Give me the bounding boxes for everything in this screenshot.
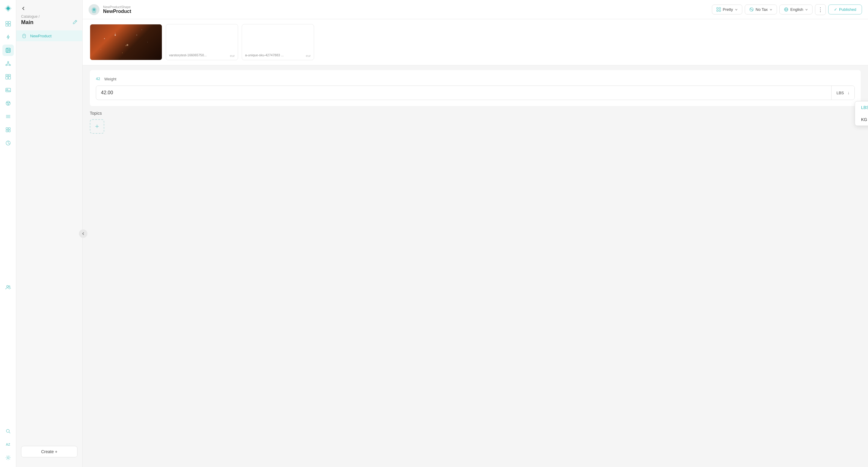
english-button[interactable]: English <box>779 4 812 14</box>
svg-text:42: 42 <box>96 77 100 81</box>
published-label: Published <box>839 7 856 12</box>
svg-line-12 <box>7 63 8 65</box>
media-card-nebula[interactable] <box>90 24 162 60</box>
svg-rect-0 <box>6 21 8 24</box>
svg-point-37 <box>7 457 9 459</box>
icon-sidebar: AZ <box>0 0 16 467</box>
app-logo[interactable] <box>3 4 13 13</box>
sidebar-icon-image[interactable] <box>2 84 14 96</box>
sku-text-1: varstorytest-166065750... <box>169 53 235 57</box>
svg-rect-44 <box>717 10 718 11</box>
content-area: varstorytest-166065750... eur a-unique-s… <box>83 19 868 467</box>
sidebar-icon-az[interactable]: AZ <box>2 439 14 450</box>
no-tax-icon <box>749 7 754 12</box>
weight-section: 42 Weight LBS ↓ LBS KG <box>90 70 861 106</box>
eur-label-1: eur <box>230 54 235 58</box>
no-tax-button[interactable]: No Tax <box>745 4 777 14</box>
weight-container: LBS ↓ LBS KG <box>96 86 855 100</box>
dropdown-menu: LBS KG <box>855 101 868 126</box>
weight-unit-button[interactable]: LBS ↓ <box>831 86 855 100</box>
sidebar-icon-search[interactable] <box>2 426 14 437</box>
weight-unit-label: LBS <box>836 91 844 95</box>
sidebar-icon-book[interactable] <box>2 44 14 56</box>
svg-rect-2 <box>6 24 8 26</box>
nav-title: Main <box>21 19 33 26</box>
topbar-actions: Pretty No Tax <box>712 4 862 15</box>
collapse-toggle[interactable] <box>79 229 87 238</box>
check-icon: ✓ <box>834 7 837 12</box>
pretty-icon <box>716 7 721 12</box>
svg-point-23 <box>8 102 9 103</box>
eur-label-2: eur <box>306 54 311 58</box>
svg-rect-18 <box>8 76 10 79</box>
topbar-title-group: NewProductShape NewProduct <box>103 5 131 14</box>
sidebar-icon-chart[interactable] <box>2 137 14 149</box>
sidebar-icon-grid[interactable] <box>2 18 14 30</box>
create-button[interactable]: Create + <box>21 446 78 457</box>
nav-item-newproduct[interactable]: NewProduct <box>16 30 82 41</box>
dropdown-item-kg[interactable]: KG <box>855 113 868 126</box>
media-strip: varstorytest-166065750... eur a-unique-s… <box>83 19 868 65</box>
svg-point-35 <box>6 429 9 432</box>
svg-rect-1 <box>8 21 10 24</box>
sidebar-icon-settings[interactable] <box>2 452 14 463</box>
topbar-title: NewProduct <box>103 9 131 14</box>
nav-item-icon <box>21 33 27 39</box>
weight-label: 42 Weight <box>96 76 855 82</box>
weight-section-title: Weight <box>104 77 116 81</box>
published-button[interactable]: ✓ Published <box>828 4 862 14</box>
sidebar-icon-dashboard[interactable] <box>2 71 14 82</box>
svg-line-36 <box>9 432 10 433</box>
pretty-button[interactable]: Pretty <box>712 4 742 14</box>
edit-icon[interactable] <box>73 20 78 26</box>
topbar-subtitle: NewProductShape <box>103 5 131 9</box>
nav-panel: Catalogue / Main NewProduct Create + <box>16 0 83 467</box>
dropdown-item-lbs[interactable]: LBS <box>855 101 868 113</box>
svg-point-22 <box>7 102 7 103</box>
svg-line-38 <box>75 21 76 22</box>
english-arrow-icon <box>805 8 808 11</box>
weight-icon: 42 <box>96 76 102 81</box>
pretty-label: Pretty <box>723 7 733 12</box>
topics-section: Topics + <box>90 111 861 134</box>
media-card-sku-1[interactable]: varstorytest-166065750... eur <box>166 24 238 60</box>
svg-point-34 <box>9 286 10 287</box>
sidebar-icon-lightning[interactable] <box>2 31 14 43</box>
nav-item-label: NewProduct <box>30 34 52 38</box>
svg-point-24 <box>7 104 8 105</box>
svg-rect-31 <box>8 130 10 132</box>
svg-rect-43 <box>719 7 721 9</box>
svg-point-48 <box>752 10 752 10</box>
topics-label: Topics <box>90 111 861 115</box>
svg-rect-16 <box>8 74 10 76</box>
add-topic-icon: + <box>95 123 99 130</box>
weight-icon-label: 42 <box>96 76 102 82</box>
add-topic-button[interactable]: + <box>90 119 104 134</box>
sku-text-2: a-unique-sku-42747883 ... <box>245 53 311 57</box>
svg-rect-17 <box>6 76 8 79</box>
svg-line-13 <box>8 63 10 65</box>
more-button[interactable]: ⋮ <box>815 4 826 15</box>
no-tax-label: No Tax <box>755 7 768 12</box>
svg-point-33 <box>7 286 8 287</box>
topbar: NewProductShape NewProduct Pretty <box>83 0 868 19</box>
sidebar-icon-nodes[interactable] <box>2 58 14 69</box>
sidebar-icon-users[interactable] <box>2 281 14 293</box>
svg-rect-29 <box>8 128 10 130</box>
media-card-sku-2[interactable]: a-unique-sku-42747883 ... eur <box>242 24 314 60</box>
svg-rect-15 <box>6 74 8 76</box>
product-avatar <box>89 4 99 15</box>
back-button[interactable] <box>16 5 82 14</box>
weight-input[interactable] <box>96 86 831 100</box>
svg-point-41 <box>93 8 95 11</box>
svg-rect-42 <box>717 7 718 9</box>
sidebar-icon-box[interactable] <box>2 124 14 135</box>
pretty-arrow-icon <box>735 8 738 11</box>
svg-point-39 <box>24 35 25 36</box>
sidebar-icon-palette[interactable] <box>2 98 14 109</box>
svg-rect-30 <box>6 130 8 132</box>
weight-dropdown-arrow-icon: ↓ <box>847 90 849 95</box>
svg-rect-28 <box>6 128 8 130</box>
weight-field-row: LBS ↓ <box>96 86 855 100</box>
sidebar-icon-list[interactable] <box>2 111 14 122</box>
